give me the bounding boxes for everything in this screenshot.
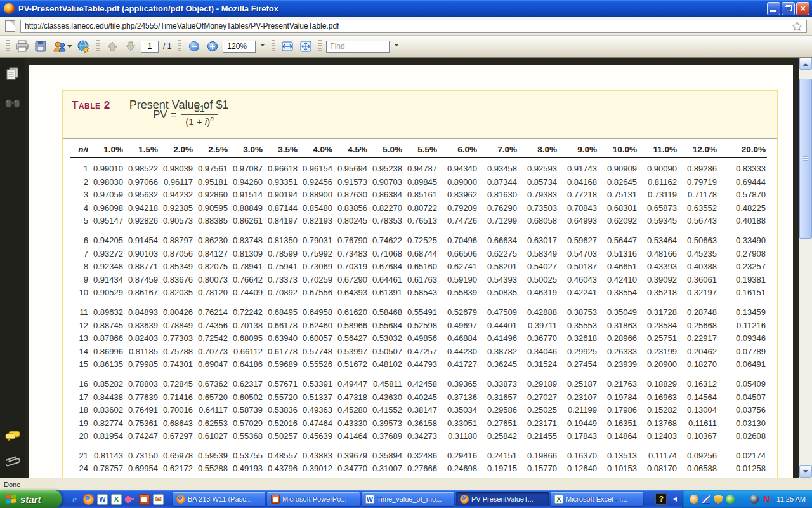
firefox-icon[interactable]	[83, 494, 94, 505]
collaborate-dropdown-arrow[interactable]	[67, 45, 72, 50]
restore-button[interactable]	[782, 2, 795, 15]
table-row: 130.878660.824030.773030.725420.680950.6…	[70, 332, 777, 345]
table-row: 10.990100.985220.980390.975610.970870.96…	[70, 163, 777, 176]
rate-header: 8.0%	[517, 139, 557, 157]
table-cell: 0.97561	[193, 163, 228, 176]
table-cell: 0.56447	[597, 234, 637, 248]
norton-icon[interactable]	[762, 495, 771, 504]
table-cell: 0.94232	[158, 189, 193, 202]
outlook-icon[interactable]	[153, 494, 164, 505]
table-cell: 0.83856	[332, 202, 367, 215]
print-button[interactable]	[14, 38, 30, 55]
word-icon[interactable]	[97, 494, 108, 505]
pdf-document-area[interactable]: Table 2 Present Value of $1 PV = $1 (1 +…	[25, 58, 812, 478]
taskbar-button[interactable]: Microsoft PowerPo...	[267, 492, 360, 506]
scroll-up-button[interactable]	[799, 58, 812, 70]
taskbar-button[interactable]: BA 213 W11 (Pasc...	[173, 492, 265, 506]
table-cell: 0.92593	[517, 163, 557, 176]
messenger-icon[interactable]	[690, 495, 698, 504]
rate-header: 2.0%	[158, 139, 193, 157]
find-dropdown-button[interactable]	[391, 38, 401, 55]
internet-explorer-icon[interactable]	[69, 494, 80, 505]
table-cell: 0.90529	[88, 286, 123, 300]
bookmark-star-icon[interactable]	[792, 21, 802, 32]
table-cell: 0.98030	[88, 176, 123, 189]
previous-page-button[interactable]	[104, 38, 121, 55]
minimize-button[interactable]	[767, 2, 780, 15]
table-cell: 0.53032	[367, 332, 402, 345]
find-input[interactable]	[326, 41, 390, 53]
access-key-icon[interactable]	[125, 494, 136, 505]
table-cell: 0.94205	[88, 234, 123, 248]
table-cell: 0.57870	[717, 189, 766, 202]
table-cell: 0.45811	[367, 378, 402, 391]
table-cell: 0.95181	[193, 176, 228, 189]
table-cell: 0.84168	[557, 176, 597, 189]
table-cell: 0.93458	[477, 163, 517, 176]
search-binoculars-icon[interactable]	[5, 97, 20, 111]
question-mark-tray-icon[interactable]: ?	[655, 493, 667, 505]
z-app-icon[interactable]	[738, 495, 747, 504]
hide-icons-chevron-icon[interactable]	[671, 497, 677, 502]
table-cell: 0.61391	[367, 286, 402, 300]
zoom-in-button[interactable]	[204, 38, 221, 55]
vertical-scrollbar[interactable]	[799, 58, 812, 478]
url-field[interactable]: http://classes.lanecc.edu/file.php/24555…	[20, 20, 807, 33]
table-cell: 0.31007	[367, 462, 402, 476]
update-icon[interactable]	[726, 495, 735, 504]
table-cell: 0.81309	[228, 248, 263, 261]
page-number-input[interactable]	[141, 41, 159, 53]
window-titlebar[interactable]: PV-PresentValueTable.pdf (application/pd…	[0, 0, 812, 17]
start-button[interactable]: start	[0, 490, 62, 508]
fit-width-button[interactable]	[279, 38, 296, 55]
table-cell: 0.31180	[437, 430, 477, 443]
table-cell: 0.14864	[597, 430, 637, 443]
fit-page-button[interactable]	[298, 38, 314, 55]
volume-icon[interactable]	[750, 495, 759, 504]
scrollbar-track[interactable]	[799, 70, 812, 465]
utility-icon[interactable]	[702, 495, 710, 504]
rate-header: 5.0%	[367, 139, 402, 157]
table-cell: 0.98039	[158, 163, 193, 176]
close-button[interactable]: ×	[796, 2, 809, 15]
table-cell: 0.73119	[637, 189, 677, 202]
taskbar-buttons: BA 213 W11 (Pasc...Microsoft PowerPo...T…	[170, 490, 650, 508]
period-cell: 14	[70, 345, 88, 359]
table-cell: 0.47464	[298, 417, 332, 431]
comments-panel-icon[interactable]	[5, 431, 20, 444]
table-header-row: n/i1.0%1.5%2.0%2.5%3.0%3.5%4.0%4.5%5.0%5…	[70, 139, 767, 158]
table-cell: 0.82193	[298, 215, 332, 228]
up-arrow-icon	[107, 41, 118, 52]
security-shield-icon[interactable]	[714, 495, 723, 504]
table-cell: 0.16963	[637, 391, 677, 404]
table-cell: 0.16151	[717, 286, 766, 300]
save-button[interactable]	[32, 38, 49, 55]
table-title-band: Table 2 Present Value of $1 PV = $1 (1 +…	[63, 91, 777, 139]
table-cell: 0.25842	[477, 430, 517, 443]
powerpoint-icon[interactable]	[139, 494, 150, 505]
table-cell: 0.73503	[517, 202, 557, 215]
pages-panel-icon[interactable]	[6, 67, 20, 83]
table-cell: 0.06588	[677, 462, 717, 476]
table-cell: 0.92860	[193, 189, 228, 202]
scroll-down-button[interactable]	[799, 465, 812, 478]
next-page-button[interactable]	[122, 38, 139, 55]
table-cell: 0.74301	[158, 358, 193, 371]
taskbar-button[interactable]: Microsoft Excel - r...	[551, 492, 643, 506]
taskbar-button[interactable]: Time_value_of_mo...	[362, 492, 454, 506]
scrollbar-thumb[interactable]	[799, 79, 812, 239]
zoom-dropdown-button[interactable]	[258, 38, 267, 55]
table-cell: 0.64461	[367, 274, 402, 287]
table-cell: 0.84127	[193, 248, 228, 261]
attachments-paperclip-icon[interactable]	[6, 453, 20, 471]
period-cell: 20	[70, 430, 88, 443]
table-cell: 0.80426	[158, 306, 193, 319]
zoom-level-select[interactable]: 120%	[223, 41, 256, 53]
collaborate-button[interactable]	[51, 38, 74, 55]
web-buy-button[interactable]	[75, 38, 92, 55]
table-cell: 0.42458	[402, 378, 437, 391]
excel-icon[interactable]	[111, 494, 122, 505]
zoom-out-button[interactable]	[186, 38, 202, 55]
taskbar-button[interactable]: PV-PresentValueT...	[456, 492, 549, 506]
table-row: 240.787570.699540.621720.552880.491930.4…	[70, 462, 777, 476]
